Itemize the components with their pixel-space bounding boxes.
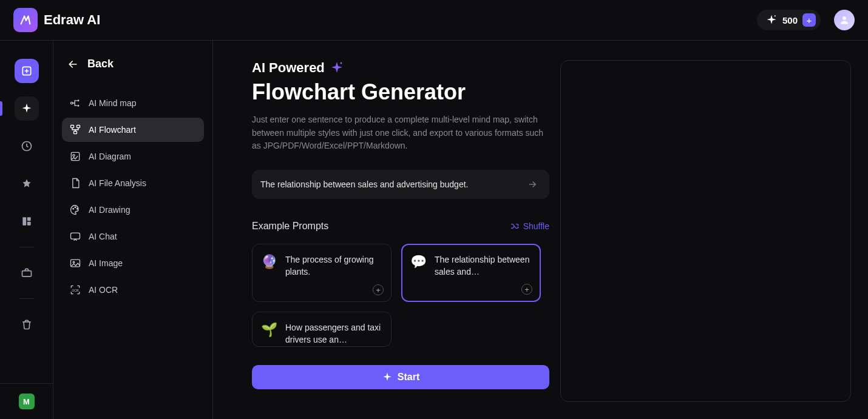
rail-footer: M <box>0 383 53 419</box>
start-button[interactable]: Start <box>252 365 549 389</box>
rail-briefcase[interactable] <box>15 261 39 285</box>
example-cards: 🔮 The process of growing plants. + 💬 The… <box>252 244 549 347</box>
sidebar-item-label: AI Mind map <box>89 98 137 108</box>
sidebar-item-label: AI OCR <box>89 285 118 295</box>
ocr-icon: OCR <box>69 284 81 296</box>
card-add-button[interactable]: + <box>373 284 384 295</box>
start-label: Start <box>398 372 419 383</box>
sidebar-list: AI Mind map AI Flowchart AI Diagram AI F… <box>62 91 204 302</box>
mindmap-icon <box>69 97 81 109</box>
nav-rail: M <box>0 41 53 419</box>
card-text: The process of growing plants. <box>285 254 382 278</box>
sidebar-item-ocr[interactable]: OCR AI OCR <box>62 278 204 302</box>
prompt-input[interactable] <box>260 179 524 189</box>
svg-point-9 <box>78 100 79 101</box>
svg-point-0 <box>775 15 776 16</box>
card-add-button[interactable]: + <box>521 284 532 295</box>
prompt-box <box>252 170 549 199</box>
svg-point-16 <box>73 209 74 210</box>
rail-create[interactable] <box>15 59 39 83</box>
sidebar-item-chat[interactable]: AI Chat <box>62 224 204 249</box>
page-description: Just enter one sentence to produce a com… <box>252 113 549 153</box>
sparkle-icon <box>765 14 778 26</box>
rail-ai[interactable] <box>15 96 39 121</box>
svg-rect-19 <box>71 233 80 239</box>
generator-panel: AI Powered Flowchart Generator Just ente… <box>252 60 549 402</box>
rail-trash[interactable] <box>15 312 39 337</box>
sidebar-item-file-analysis[interactable]: AI File Analysis <box>62 171 204 195</box>
rail-separator <box>19 247 34 247</box>
avatar[interactable] <box>834 10 855 30</box>
content: AI Powered Flowchart Generator Just ente… <box>213 41 868 419</box>
card-text: How passengers and taxi drivers use an… <box>285 322 382 346</box>
rail-separator-2 <box>19 298 34 299</box>
sidebar-item-flowchart[interactable]: AI Flowchart <box>62 118 204 142</box>
sidebar-item-image[interactable]: AI Image <box>62 251 204 275</box>
svg-point-8 <box>71 102 73 104</box>
card-text: The relationship between sales and… <box>435 254 532 278</box>
example-header: Example Prompts Shuffle <box>252 221 549 232</box>
rail-favorites[interactable] <box>15 172 39 196</box>
brand-name: Edraw AI <box>44 12 100 28</box>
svg-point-1 <box>843 16 846 20</box>
credit-count: 500 <box>782 15 798 25</box>
arrow-left-icon <box>67 58 79 70</box>
svg-rect-12 <box>77 126 80 128</box>
sidebar-item-diagram[interactable]: AI Diagram <box>62 144 204 169</box>
svg-rect-6 <box>27 222 30 226</box>
back-label: Back <box>87 58 114 70</box>
arrow-right-icon <box>527 179 538 190</box>
shuffle-icon <box>510 221 520 231</box>
svg-point-23 <box>340 62 342 64</box>
shuffle-button[interactable]: Shuffle <box>510 221 549 231</box>
rail-recent[interactable] <box>15 134 39 158</box>
brand: Edraw AI <box>13 8 100 32</box>
flowchart-icon <box>69 124 81 136</box>
sparkle-icon <box>330 61 344 75</box>
sidebar-item-label: AI Flowchart <box>89 125 136 135</box>
svg-point-18 <box>77 209 78 210</box>
credits-pill[interactable]: 500 + <box>757 10 821 30</box>
svg-rect-4 <box>22 217 26 225</box>
svg-rect-7 <box>22 271 31 277</box>
header-actions: 500 + <box>757 10 855 30</box>
sidebar-item-label: AI Drawing <box>89 205 130 215</box>
back-button[interactable]: Back <box>62 58 204 91</box>
user-icon <box>839 15 850 25</box>
svg-point-10 <box>78 105 79 106</box>
logo-icon <box>19 13 32 27</box>
rail-templates[interactable] <box>15 209 39 233</box>
example-card[interactable]: 💬 The relationship between sales and… + <box>401 244 541 302</box>
svg-text:OCR: OCR <box>72 289 79 292</box>
diagram-icon <box>69 150 81 163</box>
card-emoji: 💬 <box>410 254 427 271</box>
overline-text: AI Powered <box>252 60 325 76</box>
sidebar: Back AI Mind map AI Flowchart AI Diagram… <box>53 41 213 419</box>
sidebar-item-mindmap[interactable]: AI Mind map <box>62 91 204 115</box>
sidebar-item-label: AI File Analysis <box>89 178 146 188</box>
sidebar-item-label: AI Chat <box>89 232 117 241</box>
sidebar-item-label: AI Image <box>89 258 123 268</box>
add-credits-button[interactable]: + <box>802 13 816 27</box>
workspace-badge[interactable]: M <box>19 394 35 409</box>
page-title: Flowchart Generator <box>252 79 549 105</box>
overline: AI Powered <box>252 60 549 76</box>
sidebar-item-drawing[interactable]: AI Drawing <box>62 198 204 222</box>
card-emoji: 🌱 <box>261 322 278 339</box>
svg-rect-5 <box>27 217 30 221</box>
preview-panel <box>560 60 851 402</box>
example-card[interactable]: 🌱 How passengers and taxi drivers use an… <box>252 312 392 347</box>
svg-point-17 <box>75 207 76 208</box>
card-emoji: 🔮 <box>261 254 278 271</box>
submit-prompt-button[interactable] <box>524 176 541 193</box>
app-header: Edraw AI 500 + <box>0 0 868 41</box>
svg-point-15 <box>73 155 75 156</box>
file-icon <box>69 177 81 189</box>
sidebar-item-label: AI Diagram <box>89 152 131 161</box>
chat-icon <box>69 230 81 243</box>
sparkle-icon <box>382 372 393 383</box>
shuffle-label: Shuffle <box>523 221 549 231</box>
example-card[interactable]: 🔮 The process of growing plants. + <box>252 244 392 302</box>
palette-icon <box>69 204 81 216</box>
main-area: M Back AI Mind map AI Flowchart AI Diagr… <box>0 41 868 419</box>
